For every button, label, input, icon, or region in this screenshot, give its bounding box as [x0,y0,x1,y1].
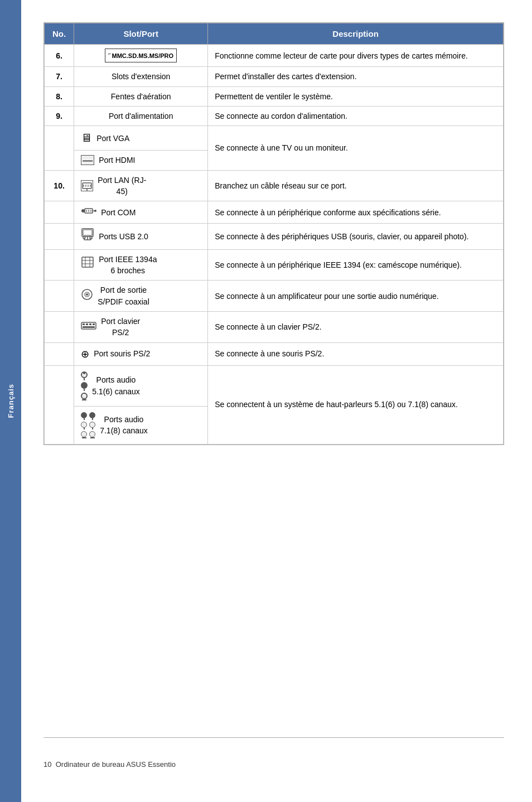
svg-rect-14 [83,230,92,235]
header-no: No. [45,23,74,45]
row-slot: ⌐MMC.SD.MS.MS/PRO [74,45,208,67]
table-row: Ports audio5.1(6) canaux Se connectent à… [45,365,504,406]
slot-label: Port IEEE 1394a6 broches [99,254,157,277]
row-slot: Fentes d'aération [74,86,208,106]
svg-rect-34 [83,326,95,328]
com-icon [81,205,96,219]
row-no [45,201,74,224]
lan-icon [81,180,93,191]
row-desc: Se connecte à un périphérique conforme a… [208,201,504,224]
table-row: 10. [45,170,504,201]
table-row: 8. Fentes d'aération Permettent de venti… [45,86,504,106]
table-row: 7. Slots d'extension Permet d'installer … [45,67,504,86]
row-no [45,224,74,249]
row-slot: ⊕ Port souris PS/2 [74,342,208,365]
mmc-icon: ⌐MMC.SD.MS.MS/PRO [105,49,177,62]
footer: 10 Ordinateur de bureau ASUS Essentio [43,737,504,769]
row-desc: Permet d'installer des cartes d'extensio… [208,67,504,86]
row-desc: Se connecte à une TV ou un moniteur. [208,126,504,170]
row-slot: Ports audio7.1(8) canaux [74,406,208,444]
slot-with-icon: Ports audio5.1(6) canaux [81,371,201,400]
table-row: Port IEEE 1394a6 broches Se connecte à u… [45,249,504,281]
row-slot: Slots d'extension [74,67,208,86]
svg-rect-21 [82,257,93,267]
row-no: 6. [45,45,74,67]
slot-icon-cell: ⌐MMC.SD.MS.MS/PRO [81,49,201,62]
row-desc: Se connecte à un amplificateur pour une … [208,281,504,312]
row-no [45,126,74,170]
main-content: No. Slot/Port Description 6. ⌐MMC.SD.MS.… [21,0,532,802]
row-slot: 🖥 Port VGA [74,126,208,151]
svg-point-9 [94,210,96,212]
row-slot: — Port HDMI [74,151,208,170]
main-table: No. Slot/Port Description 6. ⌐MMC.SD.MS.… [43,22,504,445]
footer-page-no: 10 [43,760,51,769]
slot-with-icon: Port LAN (RJ-45) [81,175,201,197]
slot-label: Port COM [101,207,136,218]
audio71-icon [81,412,95,438]
row-no [45,311,74,342]
header-desc: Description [208,23,504,45]
slot-with-icon: Ports USB 2.0 [81,228,201,245]
svg-point-6 [81,209,85,212]
svg-rect-29 [81,322,96,329]
footer-text: Ordinateur de bureau ASUS Essentio [56,760,176,769]
svg-point-28 [86,293,88,296]
row-desc: Se connecte à un périphérique IEEE 1394 … [208,249,504,281]
row-desc: Se connecte à des périphériques USB (sou… [208,224,504,249]
hdmi-icon: — [81,155,94,165]
slot-label: Ports audio5.1(6) canaux [92,374,140,397]
sidebar-label: Français [7,384,15,418]
ps2kbd-icon [81,321,96,334]
table-row: 6. ⌐MMC.SD.MS.MS/PRO Fonctionne comme le… [45,45,504,67]
row-slot: Port IEEE 1394a6 broches [74,249,208,281]
slot-label: Port de sortieS/PDIF coaxial [98,284,149,307]
table-row: Port de sortieS/PDIF coaxial Se connecte… [45,281,504,312]
row-desc: Se connecte au cordon d'alimentation. [208,106,504,125]
svg-rect-31 [86,323,88,325]
table-row: Port clavierPS/2 Se connecte à un clavie… [45,311,504,342]
slot-label: Port souris PS/2 [94,348,150,359]
row-no: 9. [45,106,74,125]
slot-with-icon: Port COM [81,205,201,219]
svg-rect-32 [89,323,91,325]
table-row: 🖥 Port VGA Se connecte à une TV ou un mo… [45,126,504,151]
vga-icon: 🖥 [81,130,92,146]
slot-label: Port clavierPS/2 [101,316,140,339]
row-desc: Fonctionne comme lecteur de carte pour d… [208,45,504,67]
row-desc: Se connectent à un système de haut-parle… [208,365,504,444]
audio51-icon [81,371,88,400]
slot-label: Ports audio7.1(8) canaux [100,414,148,437]
slot-label: Port HDMI [99,154,135,166]
slot-with-icon: ⊕ Port souris PS/2 [81,347,201,361]
row-slot: Port d'alimentation [74,106,208,125]
slot-with-icon: Port IEEE 1394a6 broches [81,254,201,277]
ps2mouse-icon: ⊕ [81,347,89,361]
ieee-icon [81,256,94,273]
row-slot: Port COM [74,201,208,224]
row-slot: Port de sortieS/PDIF coaxial [74,281,208,312]
slot-label: Ports USB 2.0 [99,231,148,242]
sidebar: Français [0,0,21,802]
slot-label: Port VGA [96,133,129,144]
row-no: 10. [45,170,74,201]
usb-icon [81,228,94,245]
slot-with-icon: Ports audio7.1(8) canaux [81,412,201,438]
row-no [45,281,74,312]
slot-with-icon: — Port HDMI [81,154,201,166]
table-row: ⊕ Port souris PS/2 Se connecte à une sou… [45,342,504,365]
table-row: Port COM Se connecte à un périphérique c… [45,201,504,224]
row-desc: Se connecte à une souris PS/2. [208,342,504,365]
slot-with-icon: Port clavierPS/2 [81,316,201,339]
row-slot: Ports audio5.1(6) canaux [74,365,208,406]
header-slot: Slot/Port [74,23,208,45]
row-no [45,249,74,281]
row-no: 8. [45,86,74,106]
row-no [45,365,74,444]
svg-rect-30 [83,323,85,325]
row-no: 7. [45,67,74,86]
row-slot: Port LAN (RJ-45) [74,170,208,201]
table-row: Ports USB 2.0 Se connecte à des périphér… [45,224,504,249]
row-desc: Branchez un câble réseau sur ce port. [208,170,504,201]
slot-with-icon: Port de sortieS/PDIF coaxial [81,284,201,307]
